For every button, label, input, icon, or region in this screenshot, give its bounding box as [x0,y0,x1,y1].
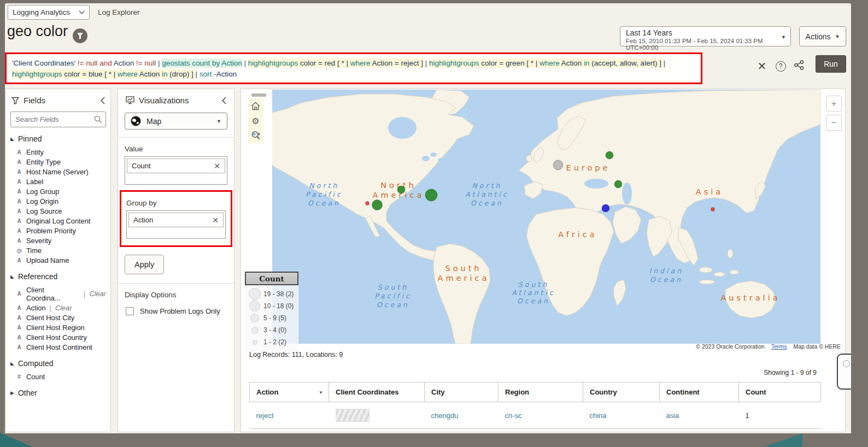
legend-bubble-icon [253,340,257,345]
field-item[interactable]: AClient Host Country [10,332,106,342]
cell-link[interactable]: asia [666,411,679,420]
collapse-panel-icon[interactable] [222,97,226,104]
run-button[interactable]: Run [816,55,846,73]
remove-groupby-icon[interactable]: ✕ [212,216,219,225]
column-header-continent[interactable]: Continent [660,383,739,402]
coordinates-thumbnail[interactable] [336,409,370,422]
actions-button[interactable]: Actions ▼ [799,26,846,46]
map-ocean-label: North [472,181,502,190]
map-data-bubble[interactable] [397,186,405,193]
map-continent-label: Asia [696,187,723,196]
clear-query-icon[interactable]: ✕ [753,60,771,72]
legend-bucket[interactable]: 3 - 4 (0) [248,325,295,335]
cell-link[interactable]: chengdu [431,411,459,420]
fields-section-computed[interactable]: ◣Computed [10,359,106,368]
remove-value-icon[interactable]: ✕ [214,162,220,170]
cell-link[interactable]: cn-sc [505,411,522,420]
map-zoom-out-button[interactable]: − [826,115,842,131]
query-token: in [584,58,591,68]
column-header-client-coordinates[interactable]: Client Coordinates [329,383,425,402]
legend-bucket[interactable]: 5 - 9 (5) [248,313,295,323]
toolbar-drag-handle[interactable] [251,93,266,97]
field-item[interactable]: ALog Origin [10,196,106,206]
column-header-action[interactable]: Action▼ [250,383,329,402]
map-data-bubble[interactable] [711,208,715,211]
map-data-bubble[interactable] [372,200,383,210]
field-item[interactable]: AProblem Priority [10,226,106,236]
query-token: highlightgroups [429,58,481,68]
field-item[interactable]: AUpload Name [10,255,106,265]
map-data-bubble[interactable] [614,180,622,188]
side-drawer-tab[interactable] [837,354,851,390]
chart-type-dropdown[interactable]: Map ▼ [125,113,227,130]
map-ocean-label: North [309,181,339,190]
groupby-chip[interactable]: Action ✕ [128,213,224,227]
value-field-box[interactable]: Count ✕ [125,156,227,185]
fields-section-pinned[interactable]: ◣Pinned [10,134,106,143]
field-item[interactable]: AClient Host Region [10,322,106,332]
section-label: Other [18,389,37,397]
sort-descending-icon[interactable]: ▼ [319,390,323,395]
field-item[interactable]: ALabel [10,177,106,186]
clear-field-link[interactable]: Clear [55,304,72,312]
field-item[interactable]: ALog Group [10,186,106,196]
field-item[interactable]: AAction | Clear [10,303,106,313]
column-header-city[interactable]: City [425,383,498,402]
cell-link[interactable]: reject [256,411,274,420]
value-chip[interactable]: Count ✕ [127,158,225,173]
map-data-bubble[interactable] [425,189,437,201]
legend-bucket[interactable]: 19 - 38 (2) [248,289,295,299]
saved-search-filter-icon[interactable] [73,28,87,43]
field-item[interactable]: ASeverity [10,236,106,245]
field-item[interactable]: ◷Time [10,245,106,255]
section-label: Referenced [18,272,57,281]
world-map[interactable]: NorthAmericaEuropeAsiaAfricaSouthAmerica… [272,90,820,344]
field-item[interactable]: AEntity Type [10,157,106,167]
map-data-bubble[interactable] [366,202,370,205]
query-token: null [86,59,97,67]
field-item[interactable]: AHost Name (Server) [10,167,106,177]
field-item[interactable]: #Count [10,372,106,381]
column-header-country[interactable]: Country [583,383,660,402]
map-zoom-search-icon[interactable] [250,130,261,141]
legend-bucket[interactable]: 1 - 2 (2) [248,337,295,347]
time-range-picker[interactable]: Last 14 Years Feb 15, 2010 01:33 PM - Fe… [620,26,791,46]
apply-button[interactable]: Apply [125,255,164,274]
column-header-region[interactable]: Region [498,383,583,402]
map-settings-gear-icon[interactable]: ⚙ [250,115,261,126]
map-data-bubble[interactable] [606,151,613,159]
legend-bucket[interactable]: 10 - 18 (0) [248,301,295,311]
fields-section-other[interactable]: ▶Other [10,389,106,397]
field-item[interactable]: AClient Coordina... | Clear [10,285,106,303]
map-great-lake [422,156,430,161]
section-label: Computed [18,359,54,368]
field-item[interactable]: AClient Host Continent [10,342,106,352]
column-header-count[interactable]: Count [739,383,821,402]
map-data-bubble[interactable] [553,160,563,170]
table-row[interactable]: rejectchengducn-scchinaasia1 [250,402,821,429]
map-data-bubble[interactable] [602,204,609,212]
map-home-icon[interactable] [250,101,261,111]
terms-link[interactable]: Terms [771,343,787,350]
fields-section-referenced[interactable]: ◣Referenced [10,272,106,281]
map-zoom-in-button[interactable]: + [826,96,842,111]
cell-link[interactable]: china [590,411,607,420]
query-token: where [350,58,372,68]
search-fields-input[interactable] [10,111,106,127]
field-item[interactable]: AOriginal Log Content [10,216,106,226]
groupby-field-box[interactable]: Action ✕ [126,210,226,239]
share-icon[interactable] [790,60,808,72]
field-item[interactable]: AEntity [10,147,106,157]
clear-field-link[interactable]: Clear [89,290,106,298]
search-query-input[interactable]: 'Client Coordinates' != null and Action … [5,52,702,84]
field-item[interactable]: AClient Host City [10,313,106,322]
map-ocean-label: Atlantic [512,289,555,297]
help-icon[interactable]: ? [771,61,790,72]
text-field-icon: A [16,159,22,165]
query-token: | [425,59,429,67]
collapse-panel-icon[interactable] [101,97,105,104]
app-selector-dropdown[interactable]: Logging Analytics [8,5,90,20]
show-problem-logs-checkbox[interactable] [126,307,134,315]
text-field-icon: A [16,257,22,263]
field-item[interactable]: ALog Source [10,206,106,216]
